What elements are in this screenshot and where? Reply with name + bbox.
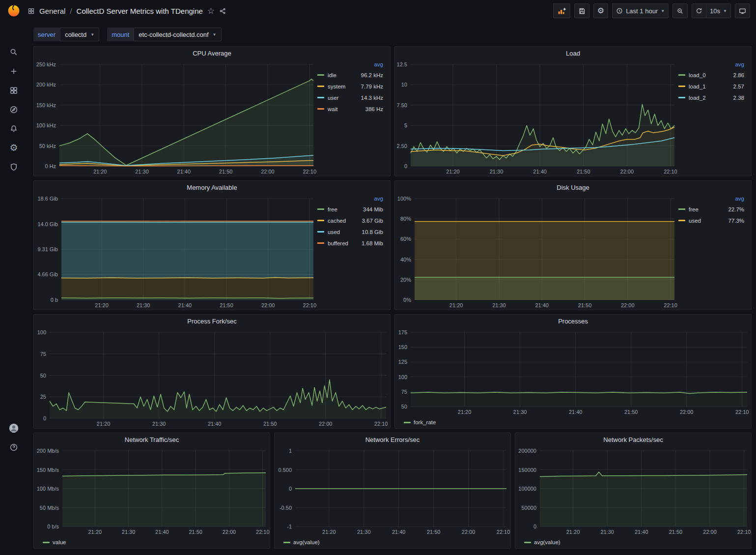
dashboard-row: Network Traffic/sec21:2021:3021:4021:502…: [33, 433, 752, 549]
zoom-out-button[interactable]: [672, 3, 688, 18]
legend-item-load_1[interactable]: load_12.57: [678, 81, 744, 92]
panel-title-process-fork[interactable]: Process Fork/sec: [34, 315, 390, 327]
legend-swatch: [317, 97, 324, 98]
legend-item-idle[interactable]: idle96.2 kHz: [317, 69, 383, 81]
template-variables: server collectd ▼ mount etc-collectd-col…: [33, 28, 752, 41]
svg-text:0 b/s: 0 b/s: [47, 524, 59, 529]
chart-processes[interactable]: 21:2021:3021:4021:5022:0022:105075100125…: [395, 327, 751, 416]
explore-compass-icon[interactable]: [0, 100, 28, 119]
dashboard-grid: CPU Average21:2021:3021:4021:5022:0022:1…: [33, 46, 752, 549]
panel-title-load[interactable]: Load: [395, 47, 751, 59]
dashboards-grid-icon[interactable]: [0, 81, 28, 100]
legend-swatch: [678, 220, 685, 221]
svg-text:50: 50: [40, 373, 46, 379]
star-icon[interactable]: ☆: [207, 6, 215, 16]
legend-item-avg(value)[interactable]: avg(value): [524, 539, 560, 545]
legend-avg-header[interactable]: avg: [317, 194, 383, 204]
legend-network-traffic: value: [34, 536, 270, 548]
panel-title-disk-usage[interactable]: Disk Usage: [395, 181, 751, 194]
refresh-button[interactable]: [692, 3, 706, 18]
user-avatar[interactable]: [0, 418, 28, 438]
chart-canvas: 21:2021:3021:4021:5022:0022:100255075100: [34, 327, 390, 428]
legend-item-used[interactable]: used10.8 Gib: [317, 226, 383, 237]
panel-title-network-packets[interactable]: Network Packets/sec: [515, 433, 751, 446]
legend-item-system[interactable]: system7.79 kHz: [317, 81, 383, 92]
svg-text:21:20: 21:20: [88, 529, 102, 535]
cycle-view-button[interactable]: [735, 3, 750, 18]
chart-canvas: 21:2021:3021:4021:5022:0022:10-1-0.5000.…: [275, 446, 510, 536]
legend-avg-header[interactable]: avg: [678, 59, 744, 69]
legend-network-errors: avg(value): [275, 536, 510, 548]
legend-item-buffered[interactable]: buffered1.68 Mib: [317, 237, 383, 249]
svg-text:80%: 80%: [400, 216, 411, 222]
search-icon[interactable]: [0, 42, 28, 61]
legend-item-load_2[interactable]: load_22.38: [678, 92, 744, 103]
help-icon[interactable]: [0, 438, 28, 457]
legend-item-avg(value)[interactable]: avg(value): [283, 539, 320, 545]
svg-text:21:30: 21:30: [513, 409, 527, 415]
panel-title-network-traffic[interactable]: Network Traffic/sec: [34, 433, 270, 446]
panel-process-fork: Process Fork/sec21:2021:3021:4021:5022:0…: [33, 314, 391, 429]
chevron-down-icon: ▼: [213, 32, 217, 37]
chart-disk-usage[interactable]: 21:2021:3021:4021:5022:0022:100%20%40%60…: [395, 194, 678, 310]
legend-avg-header[interactable]: avg: [678, 194, 744, 204]
time-range-picker[interactable]: Last 1 hour ▼: [612, 3, 669, 18]
chart-cpu-average[interactable]: 21:2021:3021:4021:5022:0022:100 Hz50 kHz…: [34, 59, 317, 176]
legend-series-value: 2.57: [733, 84, 744, 89]
panel-title-cpu-average[interactable]: CPU Average: [34, 47, 390, 59]
chart-memory-available[interactable]: 21:2021:3021:4021:5022:0022:100 b4.66 Gi…: [34, 194, 317, 310]
configuration-gear-icon[interactable]: ⚙: [0, 138, 28, 157]
legend-item-wait[interactable]: wait386 Hz: [317, 103, 383, 115]
chart-network-packets[interactable]: 21:2021:3021:4021:5022:0022:100500001000…: [515, 446, 751, 536]
svg-text:50000: 50000: [521, 505, 536, 511]
panel-title-processes[interactable]: Processes: [395, 315, 751, 327]
svg-text:21:40: 21:40: [208, 421, 222, 427]
create-plus-icon[interactable]: [0, 61, 28, 81]
legend-item-cached[interactable]: cached3.67 Gib: [317, 215, 383, 226]
chart-load[interactable]: 21:2021:3021:4021:5022:0022:1002.5057.50…: [395, 59, 678, 176]
legend-series-name: load_0: [689, 72, 733, 78]
chart-network-errors[interactable]: 21:2021:3021:4021:5022:0022:10-1-0.5000.…: [275, 446, 510, 536]
panel-title-memory-available[interactable]: Memory Available: [34, 181, 390, 194]
breadcrumb-title[interactable]: CollectD Server Metrics with TDengine: [77, 7, 203, 15]
chart-network-traffic[interactable]: 21:2021:3021:4021:5022:0022:100 b/s50 Mb…: [34, 446, 270, 536]
add-panel-icon: [557, 7, 566, 15]
svg-text:21:30: 21:30: [137, 302, 150, 308]
variable-server-picker[interactable]: collectd ▼: [60, 28, 99, 41]
svg-text:21:20: 21:20: [95, 302, 109, 308]
save-dashboard-button[interactable]: [574, 3, 589, 18]
legend-swatch: [317, 231, 324, 233]
grafana-logo[interactable]: [0, 4, 28, 18]
panel-title-network-errors[interactable]: Network Errors/sec: [275, 433, 510, 446]
legend-item-user[interactable]: user14.3 kHz: [317, 92, 383, 103]
refresh-interval-picker[interactable]: 10s ▼: [706, 3, 731, 18]
legend-swatch: [317, 242, 324, 244]
refresh-button-group: 10s ▼: [692, 3, 731, 18]
legend-item-fork_rate[interactable]: fork_rate: [404, 419, 436, 425]
svg-text:21:30: 21:30: [135, 169, 149, 175]
legend-cpu-average: avgidle96.2 kHzsystem7.79 kHzuser14.3 kH…: [317, 59, 390, 176]
variable-mount-picker[interactable]: etc-collectd-collectd.conf ▼: [134, 28, 221, 41]
legend-swatch: [43, 542, 50, 543]
chart-process-fork[interactable]: 21:2021:3021:4021:5022:0022:100255075100: [34, 327, 390, 428]
legend-item-load_0[interactable]: load_02.86: [678, 69, 744, 81]
legend-series-name: wait: [328, 106, 365, 112]
chart-canvas: 21:2021:3021:4021:5022:0022:100 Hz50 kHz…: [34, 59, 317, 176]
legend-avg-header[interactable]: avg: [317, 59, 383, 69]
legend-item-free[interactable]: free344 Mib: [317, 204, 383, 215]
svg-text:-1: -1: [287, 524, 292, 529]
refresh-icon: [696, 7, 702, 14]
legend-item-free[interactable]: free22.7%: [678, 204, 744, 215]
svg-text:21:30: 21:30: [600, 529, 614, 535]
svg-text:100: 100: [398, 374, 407, 380]
legend-item-value[interactable]: value: [43, 539, 66, 545]
breadcrumb-section[interactable]: General: [39, 7, 65, 15]
legend-item-used[interactable]: used77.3%: [678, 215, 744, 226]
add-panel-button[interactable]: [553, 3, 570, 18]
dashboard-settings-button[interactable]: ⚙: [593, 3, 608, 18]
share-icon[interactable]: [219, 7, 226, 15]
server-admin-shield-icon[interactable]: [0, 157, 28, 176]
alerting-bell-icon[interactable]: [0, 119, 28, 138]
time-range-label: Last 1 hour: [626, 7, 658, 15]
legend-swatch: [678, 74, 685, 76]
